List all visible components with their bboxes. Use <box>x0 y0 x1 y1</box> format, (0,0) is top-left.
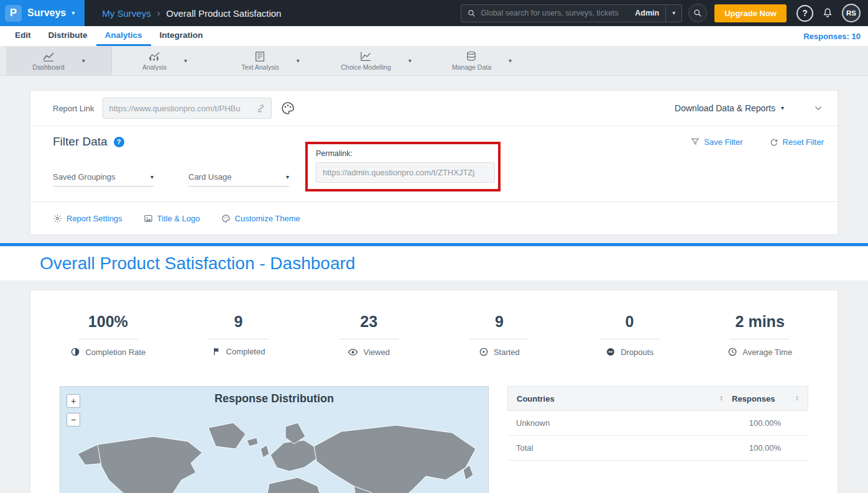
image-icon <box>144 214 153 223</box>
upgrade-button[interactable]: Upgrade Now <box>714 4 787 22</box>
collapse-panel-button[interactable] <box>813 103 824 114</box>
stat-label: Viewed <box>363 348 389 357</box>
title-logo-label: Title & Logo <box>157 214 200 223</box>
page-title: Overall Product Satisfaction - Dashboard <box>40 254 355 274</box>
table-row: Unknown 100.00% <box>507 411 808 436</box>
report-link-input[interactable] <box>109 104 252 113</box>
customize-theme-button[interactable]: Customize Theme <box>221 214 300 223</box>
stat-label: Average Time <box>742 348 792 357</box>
search-button[interactable] <box>688 4 707 22</box>
stat-label: Started <box>494 348 520 357</box>
ribbon-manage-data[interactable]: Manage Data ▾ <box>429 47 535 75</box>
report-theme-icon[interactable] <box>280 101 295 116</box>
response-distribution-map[interactable]: + − Response Distribution <box>60 386 489 493</box>
flag-icon <box>212 347 221 356</box>
permalink-input[interactable] <box>316 162 495 183</box>
tab-integration[interactable]: Integration <box>151 26 212 46</box>
chevron-down-icon[interactable]: ▾ <box>409 58 412 64</box>
country-cell: Total <box>516 443 732 453</box>
chevron-down-icon[interactable]: ▾ <box>184 58 187 64</box>
stat-value: 23 <box>303 313 434 331</box>
search-icon <box>468 9 476 17</box>
sort-down-icon: ▼ <box>719 399 723 402</box>
tab-distribute[interactable]: Distribute <box>40 26 96 46</box>
chevron-down-icon: ▾ <box>781 105 784 111</box>
ribbon-choice-modelling[interactable]: Choice Modelling ▾ <box>323 47 429 75</box>
countries-table: Countries ▲ ▼ Responses ▲ ▼ <box>507 386 808 493</box>
product-label: Surveys <box>27 7 66 19</box>
link-icon[interactable] <box>256 104 265 113</box>
search-scope-dropdown[interactable]: ▾ <box>666 4 682 22</box>
play-circle-icon <box>479 347 489 357</box>
countries-table-header: Countries ▲ ▼ Responses ▲ ▼ <box>507 386 808 411</box>
product-switcher-button[interactable]: P Surveys ▾ <box>0 0 85 26</box>
funnel-icon <box>691 137 699 146</box>
table-row: Total 100.00% <box>507 436 808 461</box>
stat-value: 9 <box>173 313 304 331</box>
palette-icon <box>221 214 231 223</box>
countries-header-label: Countries <box>517 394 555 403</box>
responses-cell: 100.00% <box>732 418 800 428</box>
gear-icon <box>53 214 62 223</box>
map-zoom-out-button[interactable]: − <box>67 413 80 426</box>
chevron-down-icon: ▾ <box>672 10 675 16</box>
permalink-highlight-box: Permalink: <box>305 142 501 191</box>
ribbon-text-analysis[interactable]: Text Analysis ▾ <box>218 47 323 75</box>
customize-theme-label: Customize Theme <box>235 214 300 223</box>
title-band: Overall Product Satisfaction - Dashboard <box>0 246 868 280</box>
card-usage-select[interactable]: Card Usage ▾ <box>188 172 289 187</box>
ribbon-label: Text Analysis <box>241 63 279 71</box>
avatar[interactable]: RS <box>842 4 861 22</box>
stat-value: 2 mins <box>695 313 825 331</box>
chevron-down-icon[interactable]: ▾ <box>82 58 85 64</box>
map-title: Response Distribution <box>60 392 488 405</box>
breadcrumb-my-surveys[interactable]: My Surveys <box>102 8 150 19</box>
responses-count[interactable]: Responses: 10 <box>803 26 861 46</box>
stat-value: 0 <box>565 313 695 331</box>
bar-chart-icon <box>148 52 160 62</box>
breadcrumb-separator: › <box>157 8 160 18</box>
stat-completed: 9 Completed <box>173 313 304 360</box>
sort-icon[interactable]: ▲ ▼ <box>795 395 799 402</box>
chevron-down-icon[interactable]: ▾ <box>509 58 512 64</box>
save-filter-button[interactable]: Save Filter <box>691 137 742 147</box>
download-data-reports-button[interactable]: Download Data & Reports ▾ <box>675 103 784 113</box>
responses-header-label: Responses <box>732 394 775 403</box>
database-icon <box>466 51 477 62</box>
global-search-input[interactable] <box>481 9 630 17</box>
report-link-field <box>103 98 272 119</box>
reset-filter-button[interactable]: Reset Filter <box>769 137 824 147</box>
sort-icon[interactable]: ▲ ▼ <box>719 395 723 402</box>
reset-filter-label: Reset Filter <box>783 137 824 147</box>
notifications-button[interactable] <box>822 7 833 19</box>
bell-icon <box>822 7 833 19</box>
saved-groupings-select[interactable]: Saved Groupings ▾ <box>53 172 154 187</box>
search-icon <box>693 9 702 17</box>
modelling-chart-icon <box>359 52 372 62</box>
breadcrumb: My Surveys › Overall Product Satisfactio… <box>102 8 281 19</box>
chevron-down-icon[interactable]: ▾ <box>297 58 300 64</box>
minus-circle-icon <box>606 347 616 357</box>
tab-edit[interactable]: Edit <box>6 26 40 46</box>
report-settings-button[interactable]: Report Settings <box>53 214 122 223</box>
ribbon-dashboard[interactable]: Dashboard ▾ <box>6 47 112 75</box>
reset-icon <box>769 137 778 147</box>
title-logo-button[interactable]: Title & Logo <box>144 214 200 223</box>
tab-analytics[interactable]: Analytics <box>96 26 151 46</box>
ribbon-analysis[interactable]: Analysis ▾ <box>112 47 218 75</box>
stat-average-time: 2 mins Average Time <box>695 313 825 360</box>
filter-help-icon[interactable]: ? <box>114 137 124 147</box>
sort-down-icon: ▼ <box>795 399 799 402</box>
save-filter-label: Save Filter <box>704 137 742 147</box>
dashboard-card: 100% Completion Rate 9 Completed <box>30 290 838 493</box>
chevron-down-icon: ▾ <box>286 174 289 180</box>
contrast-icon <box>70 347 80 357</box>
stat-completion-rate: 100% Completion Rate <box>43 313 173 360</box>
help-button[interactable]: ? <box>796 5 813 22</box>
question-icon: ? <box>802 8 808 18</box>
global-search: Admin <box>461 4 666 22</box>
ribbon-label: Choice Modelling <box>341 63 391 71</box>
report-settings-card: Report Link Download Data & Reports ▾ <box>30 90 838 235</box>
stat-value: 100% <box>43 313 173 331</box>
map-zoom-in-button[interactable]: + <box>67 394 80 408</box>
